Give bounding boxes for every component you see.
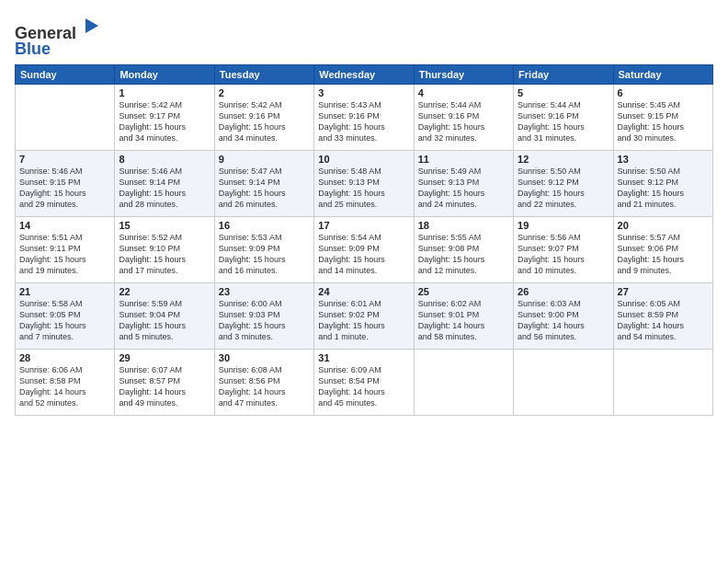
day-cell: 27Sunrise: 6:05 AM Sunset: 8:59 PM Dayli… (613, 282, 712, 349)
day-info: Sunrise: 5:46 AM Sunset: 9:14 PM Dayligh… (119, 166, 210, 211)
day-cell: 23Sunrise: 6:00 AM Sunset: 9:03 PM Dayli… (214, 282, 313, 349)
day-number: 11 (418, 154, 509, 165)
day-cell: 4Sunrise: 5:44 AM Sunset: 9:16 PM Daylig… (414, 84, 513, 150)
day-number: 17 (318, 220, 409, 231)
day-info: Sunrise: 5:51 AM Sunset: 9:11 PM Dayligh… (19, 232, 110, 277)
day-cell (16, 84, 115, 150)
day-number: 21 (19, 286, 110, 297)
week-row-2: 7Sunrise: 5:46 AM Sunset: 9:15 PM Daylig… (16, 150, 713, 216)
day-cell: 11Sunrise: 5:49 AM Sunset: 9:13 PM Dayli… (414, 150, 513, 216)
weekday-header-sunday: Sunday (16, 64, 115, 84)
day-info: Sunrise: 6:06 AM Sunset: 8:58 PM Dayligh… (19, 364, 110, 409)
day-info: Sunrise: 5:54 AM Sunset: 9:09 PM Dayligh… (318, 232, 409, 277)
weekday-header-monday: Monday (115, 64, 214, 84)
day-number: 28 (19, 352, 110, 363)
day-cell: 22Sunrise: 5:59 AM Sunset: 9:04 PM Dayli… (115, 282, 214, 349)
day-cell (514, 349, 613, 415)
day-number: 31 (318, 352, 409, 363)
day-number: 22 (119, 286, 210, 297)
day-number: 19 (518, 220, 609, 231)
day-number: 29 (119, 352, 210, 363)
day-cell: 3Sunrise: 5:43 AM Sunset: 9:16 PM Daylig… (314, 84, 414, 150)
day-number: 16 (219, 220, 310, 231)
weekday-header-wednesday: Wednesday (314, 64, 414, 84)
svg-marker-0 (85, 18, 98, 33)
day-number: 14 (19, 220, 110, 231)
day-info: Sunrise: 5:47 AM Sunset: 9:14 PM Dayligh… (219, 166, 310, 211)
day-info: Sunrise: 5:42 AM Sunset: 9:16 PM Dayligh… (219, 99, 310, 144)
weekday-header-friday: Friday (514, 64, 613, 84)
day-info: Sunrise: 5:57 AM Sunset: 9:06 PM Dayligh… (618, 232, 709, 277)
day-cell: 8Sunrise: 5:46 AM Sunset: 9:14 PM Daylig… (115, 150, 214, 216)
day-info: Sunrise: 6:03 AM Sunset: 9:00 PM Dayligh… (518, 298, 609, 343)
day-info: Sunrise: 6:09 AM Sunset: 8:54 PM Dayligh… (318, 364, 409, 409)
day-cell: 15Sunrise: 5:52 AM Sunset: 9:10 PM Dayli… (115, 216, 214, 282)
day-info: Sunrise: 5:52 AM Sunset: 9:10 PM Dayligh… (119, 232, 210, 277)
day-cell: 16Sunrise: 5:53 AM Sunset: 9:09 PM Dayli… (214, 216, 313, 282)
day-info: Sunrise: 5:53 AM Sunset: 9:09 PM Dayligh… (219, 232, 310, 277)
day-info: Sunrise: 5:58 AM Sunset: 9:05 PM Dayligh… (19, 298, 110, 343)
day-info: Sunrise: 6:07 AM Sunset: 8:57 PM Dayligh… (119, 364, 210, 409)
day-number: 8 (119, 154, 210, 165)
day-number: 26 (518, 286, 609, 297)
day-number: 3 (318, 87, 409, 98)
week-row-4: 21Sunrise: 5:58 AM Sunset: 9:05 PM Dayli… (16, 282, 713, 349)
day-cell: 31Sunrise: 6:09 AM Sunset: 8:54 PM Dayli… (314, 349, 414, 415)
day-number: 4 (418, 87, 509, 98)
day-number: 13 (618, 154, 709, 165)
header: General Blue (15, 9, 713, 59)
day-info: Sunrise: 5:44 AM Sunset: 9:16 PM Dayligh… (418, 99, 509, 144)
weekday-header-tuesday: Tuesday (214, 64, 313, 84)
day-cell: 18Sunrise: 5:55 AM Sunset: 9:08 PM Dayli… (414, 216, 513, 282)
day-cell: 25Sunrise: 6:02 AM Sunset: 9:01 PM Dayli… (414, 282, 513, 349)
day-cell: 28Sunrise: 6:06 AM Sunset: 8:58 PM Dayli… (16, 349, 115, 415)
week-row-3: 14Sunrise: 5:51 AM Sunset: 9:11 PM Dayli… (16, 216, 713, 282)
day-cell: 9Sunrise: 5:47 AM Sunset: 9:14 PM Daylig… (214, 150, 313, 216)
day-info: Sunrise: 5:46 AM Sunset: 9:15 PM Dayligh… (19, 166, 110, 211)
day-number: 15 (119, 220, 210, 231)
day-info: Sunrise: 5:43 AM Sunset: 9:16 PM Dayligh… (318, 99, 409, 144)
logo-arrow-icon (78, 13, 104, 39)
day-cell: 20Sunrise: 5:57 AM Sunset: 9:06 PM Dayli… (613, 216, 712, 282)
day-number: 9 (219, 154, 310, 165)
day-number: 23 (219, 286, 310, 297)
day-cell: 5Sunrise: 5:44 AM Sunset: 9:16 PM Daylig… (514, 84, 613, 150)
day-cell: 10Sunrise: 5:48 AM Sunset: 9:13 PM Dayli… (314, 150, 414, 216)
day-info: Sunrise: 6:02 AM Sunset: 9:01 PM Dayligh… (418, 298, 509, 343)
day-info: Sunrise: 5:44 AM Sunset: 9:16 PM Dayligh… (518, 99, 609, 144)
week-row-5: 28Sunrise: 6:06 AM Sunset: 8:58 PM Dayli… (16, 349, 713, 415)
day-cell (414, 349, 513, 415)
day-number: 27 (618, 286, 709, 297)
calendar-table: SundayMondayTuesdayWednesdayThursdayFrid… (15, 64, 713, 416)
day-info: Sunrise: 5:59 AM Sunset: 9:04 PM Dayligh… (119, 298, 210, 343)
weekday-header-thursday: Thursday (414, 64, 513, 84)
day-cell (613, 349, 712, 415)
day-cell: 14Sunrise: 5:51 AM Sunset: 9:11 PM Dayli… (16, 216, 115, 282)
day-cell: 7Sunrise: 5:46 AM Sunset: 9:15 PM Daylig… (16, 150, 115, 216)
day-cell: 21Sunrise: 5:58 AM Sunset: 9:05 PM Dayli… (16, 282, 115, 349)
day-number: 20 (618, 220, 709, 231)
day-cell: 2Sunrise: 5:42 AM Sunset: 9:16 PM Daylig… (214, 84, 313, 150)
logo: General Blue (15, 13, 104, 59)
day-info: Sunrise: 5:50 AM Sunset: 9:12 PM Dayligh… (518, 166, 609, 211)
day-cell: 13Sunrise: 5:50 AM Sunset: 9:12 PM Dayli… (613, 150, 712, 216)
day-cell: 17Sunrise: 5:54 AM Sunset: 9:09 PM Dayli… (314, 216, 414, 282)
day-info: Sunrise: 5:42 AM Sunset: 9:17 PM Dayligh… (119, 99, 210, 144)
day-info: Sunrise: 5:50 AM Sunset: 9:12 PM Dayligh… (618, 166, 709, 211)
day-number: 2 (219, 87, 310, 98)
day-cell: 6Sunrise: 5:45 AM Sunset: 9:15 PM Daylig… (613, 84, 712, 150)
day-info: Sunrise: 5:56 AM Sunset: 9:07 PM Dayligh… (518, 232, 609, 277)
day-number: 5 (518, 87, 609, 98)
day-cell: 26Sunrise: 6:03 AM Sunset: 9:00 PM Dayli… (514, 282, 613, 349)
logo-text: General Blue (15, 13, 104, 59)
day-info: Sunrise: 5:49 AM Sunset: 9:13 PM Dayligh… (418, 166, 509, 211)
day-info: Sunrise: 6:01 AM Sunset: 9:02 PM Dayligh… (318, 298, 409, 343)
day-number: 12 (518, 154, 609, 165)
day-number: 30 (219, 352, 310, 363)
day-number: 24 (318, 286, 409, 297)
day-cell: 19Sunrise: 5:56 AM Sunset: 9:07 PM Dayli… (514, 216, 613, 282)
day-cell: 29Sunrise: 6:07 AM Sunset: 8:57 PM Dayli… (115, 349, 214, 415)
day-number: 1 (119, 87, 210, 98)
day-info: Sunrise: 5:48 AM Sunset: 9:13 PM Dayligh… (318, 166, 409, 211)
day-info: Sunrise: 6:08 AM Sunset: 8:56 PM Dayligh… (219, 364, 310, 409)
